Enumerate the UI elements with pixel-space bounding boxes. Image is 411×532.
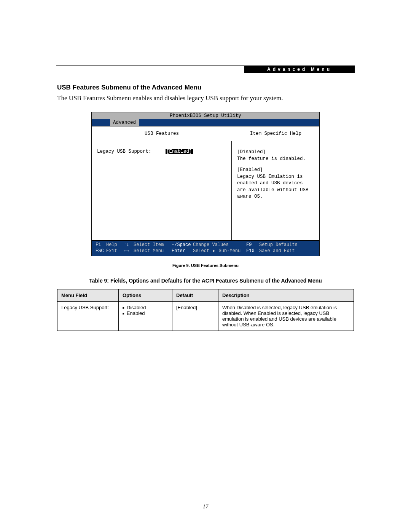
cell-menu-field: Legacy USB Support: xyxy=(57,302,119,331)
table-row: Legacy USB Support: Disabled Enabled [En… xyxy=(57,302,354,331)
key-f10: F10 xyxy=(246,248,259,254)
key-f10-label: Save and Exit xyxy=(259,248,315,254)
option-item: Enabled xyxy=(123,310,168,316)
table-caption: Table 9: Fields, Options and Defaults fo… xyxy=(57,278,354,284)
document-page: Advanced Menu USB Features Submenu of th… xyxy=(0,0,411,532)
bios-utility-title: PhoenixBIOS Setup Utility xyxy=(92,112,319,119)
key-esc-label: Exit xyxy=(106,248,124,254)
cell-description: When Disabled is selected, legacy USB em… xyxy=(218,302,354,331)
key-enter-label: Select Sub-Menu xyxy=(193,248,246,254)
key-minus-space: -/Space xyxy=(172,242,193,248)
key-enter: Enter xyxy=(172,248,193,254)
th-default: Default xyxy=(172,289,218,302)
key-minus-space-label: Change Values xyxy=(193,242,246,248)
option-item: Disabled xyxy=(123,305,168,310)
bios-tab-advanced[interactable]: Advanced xyxy=(110,119,139,126)
key-f1: F1 xyxy=(96,242,106,248)
fields-options-table: Menu Field Options Default Description L… xyxy=(57,289,354,331)
section-heading: USB Features Submenu of the Advanced Men… xyxy=(57,84,354,91)
help-enabled-body: Legacy USB Emulation is enabled and USB … xyxy=(237,174,314,200)
key-leftright-label: Select Menu xyxy=(134,248,172,254)
bios-tab-bar: Advanced xyxy=(92,119,319,126)
triangle-right-icon xyxy=(213,249,215,252)
key-updown-label: Select Item xyxy=(134,242,172,248)
bios-field-value[interactable]: [Enabled] xyxy=(166,149,193,154)
help-disabled-body: The feature is disabled. xyxy=(237,156,314,163)
table-header-row: Menu Field Options Default Description xyxy=(57,289,354,302)
help-disabled-heading: [Disabled] xyxy=(237,149,314,156)
th-description: Description xyxy=(218,289,354,302)
bios-screenshot: PhoenixBIOS Setup Utility Advanced USB F… xyxy=(91,112,320,256)
th-options: Options xyxy=(119,289,172,302)
bios-help-title: Item Specific Help xyxy=(232,126,319,141)
key-leftright: ←→ xyxy=(124,248,134,254)
header-band: Advanced Menu xyxy=(244,66,355,73)
key-updown: ↑↓ xyxy=(124,242,134,248)
cell-default: [Enabled] xyxy=(172,302,218,331)
help-enabled-heading: [Enabled] xyxy=(237,167,314,174)
key-f9-label: Setup Defaults xyxy=(259,242,315,248)
th-menu-field: Menu Field xyxy=(57,289,119,302)
key-f9: F9 xyxy=(246,242,259,248)
bios-key-legend: F1 Help ↑↓ Select Item -/Space Change Va… xyxy=(92,240,319,256)
key-f1-label: Help xyxy=(106,242,124,248)
bios-panel-title: USB Features xyxy=(92,126,232,141)
bios-field-label: Legacy USB Support: xyxy=(97,149,166,233)
figure-caption: Figure 9. USB Features Submenu xyxy=(57,263,354,268)
intro-text: The USB Features Submenu enables and dis… xyxy=(57,94,354,102)
page-number: 17 xyxy=(0,503,411,510)
key-esc: ESC xyxy=(96,248,106,254)
bios-help-panel: [Disabled] The feature is disabled. [Ena… xyxy=(232,141,319,240)
cell-options: Disabled Enabled xyxy=(119,302,172,331)
